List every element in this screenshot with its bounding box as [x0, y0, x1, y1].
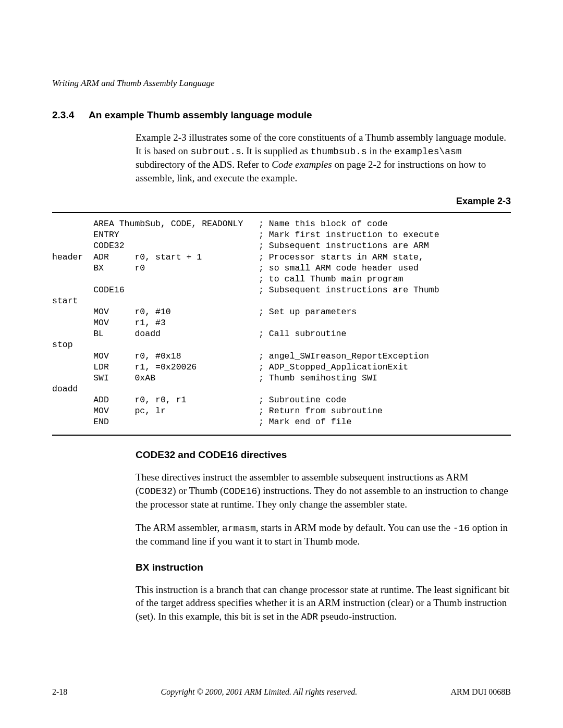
intro-code-thumbsub: thumbsub.s	[311, 146, 367, 157]
sub1-paragraph2: The ARM assembler, armasm, starts in ARM…	[136, 521, 511, 548]
intro-text: subdirectory of the ADS. Refer to	[136, 159, 272, 170]
intro-ref: Code examples	[272, 159, 332, 170]
rule-bottom	[52, 435, 511, 436]
text: ) or Thumb (	[173, 485, 223, 496]
rule-top	[52, 212, 511, 213]
section-number: 2.3.4	[52, 109, 89, 121]
section-title: An example Thumb assembly language modul…	[89, 109, 312, 120]
footer: 2-18 Copyright © 2000, 2001 ARM Limited.…	[52, 687, 511, 697]
intro-code-subrout: subrout.s	[191, 146, 241, 157]
footer-copyright: Copyright © 2000, 2001 ARM Limited. All …	[161, 687, 358, 697]
intro-text: in the	[367, 145, 394, 156]
code-code32: CODE32	[139, 486, 173, 497]
footer-page-number: 2-18	[52, 687, 67, 697]
intro-paragraph: Example 2-3 illustrates some of the core…	[136, 131, 511, 184]
sub1-paragraph1: These directives instruct the assembler …	[136, 471, 511, 511]
page: Writing ARM and Thumb Assembly Language …	[0, 0, 563, 728]
running-head: Writing ARM and Thumb Assembly Language	[52, 78, 511, 89]
sub2-paragraph1: This instruction is a branch that can ch…	[136, 583, 511, 624]
code-listing: AREA ThumbSub, CODE, READONLY ; Name thi…	[52, 218, 511, 427]
text: , starts in ARM mode by default. You can…	[256, 522, 453, 533]
subheading-bx: BX instruction	[136, 562, 511, 573]
code-armasm: armasm	[222, 523, 256, 534]
intro-code-examples: examples\asm	[394, 146, 462, 157]
intro-text: . It is supplied as	[241, 145, 311, 156]
code-adr: ADR	[301, 612, 318, 622]
section-heading: 2.3.4An example Thumb assembly language …	[52, 109, 511, 121]
text: The ARM assembler,	[136, 522, 222, 533]
code-flag16: -16	[453, 523, 470, 534]
subheading-code32: CODE32 and CODE16 directives	[136, 449, 511, 461]
footer-docid: ARM DUI 0068B	[450, 687, 511, 697]
code-code16: CODE16	[223, 486, 257, 497]
text: pseudo-instruction.	[318, 611, 397, 622]
example-label: Example 2-3	[52, 196, 511, 207]
